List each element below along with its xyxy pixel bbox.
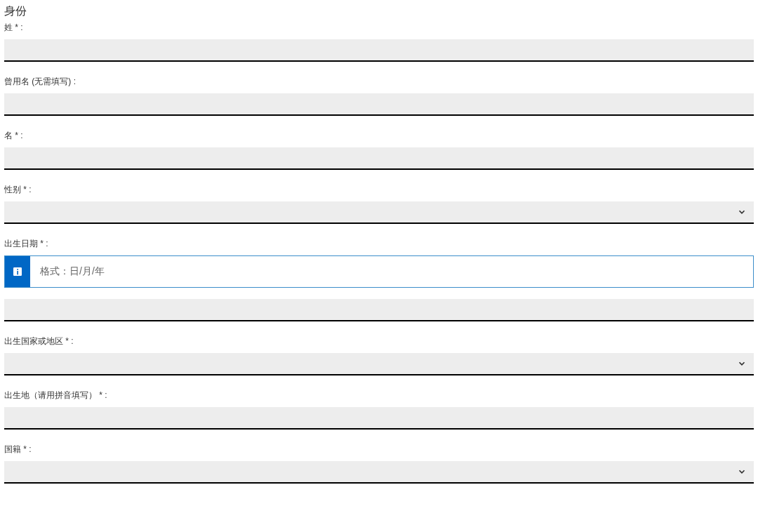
field-surname: 姓 * :: [4, 22, 754, 62]
nationality-label: 国籍 * :: [4, 444, 754, 455]
field-former-name: 曾用名 (无需填写) :: [4, 76, 754, 116]
field-birth-country: 出生国家或地区 * :: [4, 335, 754, 375]
svg-rect-2: [17, 271, 18, 274]
surname-label: 姓 * :: [4, 22, 754, 34]
birth-place-label: 出生地（请用拼音填写） * :: [4, 390, 754, 401]
former-name-label: 曾用名 (无需填写) :: [4, 76, 754, 88]
field-nationality: 国籍 * :: [4, 444, 754, 484]
chevron-down-icon: [737, 207, 747, 217]
dob-hint-text: 格式：日/月/年: [30, 256, 105, 287]
dob-hint-box: 格式：日/月/年: [4, 255, 754, 288]
chevron-down-icon: [737, 359, 747, 368]
identity-section-title: 身份: [4, 4, 754, 19]
former-name-input[interactable]: [4, 93, 754, 116]
given-name-label: 名 * :: [4, 130, 754, 142]
field-given-name: 名 * :: [4, 130, 754, 170]
field-birth-place: 出生地（请用拼音填写） * :: [4, 390, 754, 430]
gender-label: 性别 * :: [4, 184, 754, 196]
info-icon: [5, 256, 30, 287]
field-gender: 性别 * :: [4, 184, 754, 224]
chevron-down-icon: [737, 467, 747, 477]
dob-label: 出生日期 * :: [4, 238, 754, 250]
dob-input[interactable]: [4, 299, 754, 321]
birth-country-select[interactable]: [4, 353, 754, 375]
birth-country-label: 出生国家或地区 * :: [4, 335, 754, 347]
svg-rect-1: [17, 269, 18, 270]
nationality-select[interactable]: [4, 461, 754, 484]
gender-select[interactable]: [4, 201, 754, 224]
given-name-input[interactable]: [4, 147, 754, 170]
field-dob: 出生日期 * : 格式：日/月/年: [4, 238, 754, 321]
surname-input[interactable]: [4, 39, 754, 62]
birth-place-input[interactable]: [4, 407, 754, 430]
